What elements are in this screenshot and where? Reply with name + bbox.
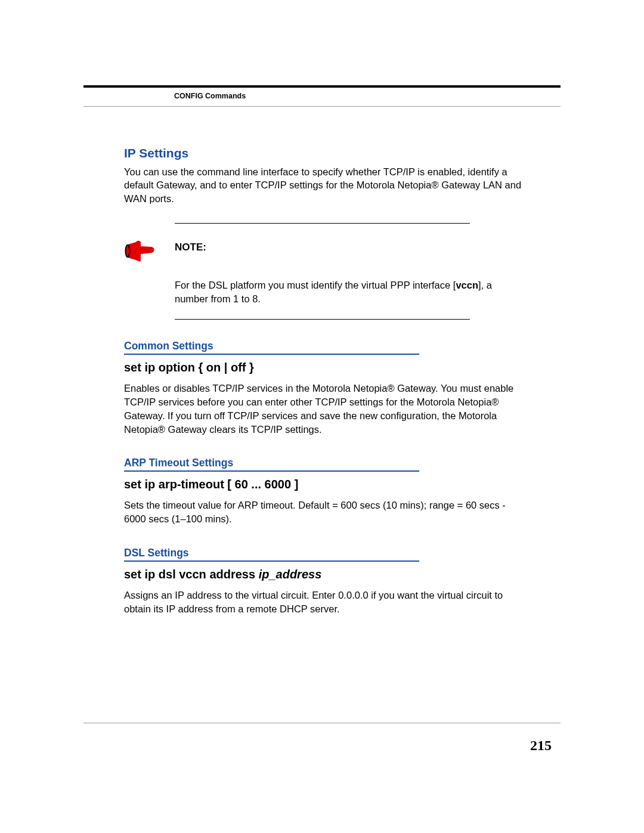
header-thin-rule	[83, 106, 561, 107]
header-section: CONFIG Commands	[174, 92, 246, 100]
desc-arp-timeout: Sets the timeout value for ARP timeout. …	[124, 498, 528, 526]
heading-ip-settings: IP Settings	[124, 146, 528, 160]
desc-set-ip-option: Enables or disables TCP/IP services in t…	[124, 382, 528, 436]
heading-common-settings: Common Settings	[124, 340, 528, 352]
top-rule	[83, 85, 561, 88]
cmd-dsl-arg: ip_address	[259, 568, 322, 581]
note-text-pre: For the DSL platform you must identify t…	[175, 280, 456, 290]
footer-rule	[83, 723, 561, 723]
note-text: For the DSL platform you must identify t…	[175, 278, 527, 306]
note-label: NOTE:	[175, 241, 206, 253]
heading-dsl-settings: DSL Settings	[124, 547, 528, 559]
page: CONFIG Commands IP Settings You can use …	[0, 0, 644, 833]
note-block: NOTE: For the DSL platform you must iden…	[124, 223, 528, 320]
rule-arp	[124, 470, 419, 472]
cmd-set-ip-dsl-vccn: set ip dsl vccn address ip_address	[124, 568, 528, 581]
page-number: 215	[530, 738, 552, 754]
cmd-set-ip-option: set ip option { on | off }	[124, 361, 528, 374]
note-rule-bottom	[175, 319, 470, 320]
ip-settings-intro: You can use the command line interface t…	[124, 165, 528, 205]
note-rule-top	[175, 223, 470, 224]
note-vccn: vccn	[456, 280, 478, 290]
cmd-dsl-prefix: set ip dsl vccn address	[124, 568, 259, 581]
heading-arp-timeout: ARP Timeout Settings	[124, 457, 528, 469]
rule-dsl	[124, 561, 419, 562]
content-area: IP Settings You can use the command line…	[124, 146, 528, 616]
cmd-set-ip-arp-timeout: set ip arp-timeout [ 60 ... 6000 ]	[124, 478, 528, 491]
desc-dsl: Assigns an IP address to the virtual cir…	[124, 589, 528, 616]
pointing-hand-icon	[124, 239, 163, 268]
rule-common	[124, 354, 419, 355]
